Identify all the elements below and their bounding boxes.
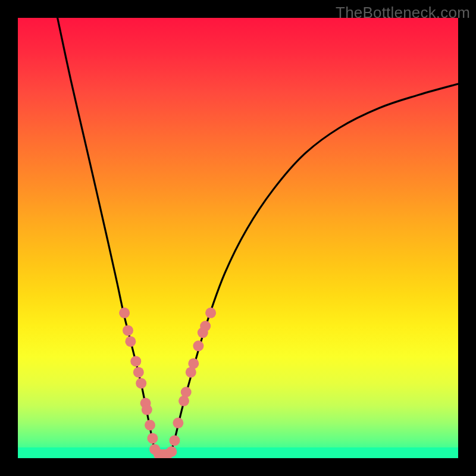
chart-svg xyxy=(18,18,458,458)
marker-dot xyxy=(188,358,199,369)
marker-dot xyxy=(119,308,130,318)
marker-dot xyxy=(173,418,183,428)
marker-dot xyxy=(147,433,158,444)
marker-dot xyxy=(205,308,216,318)
marker-dot xyxy=(145,420,155,431)
marker-dot xyxy=(133,367,144,378)
chart-frame: TheBottleneck.com xyxy=(0,0,476,476)
marker-dot xyxy=(142,405,152,415)
marker-dot xyxy=(200,321,211,331)
curve-right xyxy=(171,84,458,454)
marker-dot xyxy=(130,356,141,367)
marker-dot xyxy=(123,325,133,336)
marker-dot xyxy=(193,340,203,351)
marker-dot xyxy=(181,387,192,397)
marker-group xyxy=(119,308,216,458)
marker-dot xyxy=(136,378,146,389)
marker-dot xyxy=(166,446,177,457)
watermark-text: TheBottleneck.com xyxy=(336,4,470,22)
marker-dot xyxy=(125,336,136,347)
marker-dot xyxy=(169,435,180,446)
plot-outer xyxy=(18,18,458,458)
